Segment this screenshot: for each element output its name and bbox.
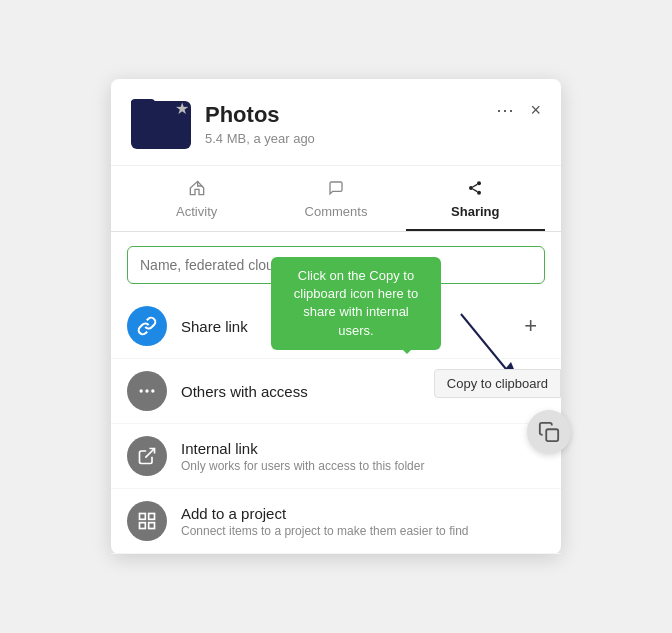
more-button[interactable]: ⋯ xyxy=(492,95,518,125)
tab-sharing[interactable]: Sharing xyxy=(406,166,545,231)
file-detail-panel: ★ Photos 5.4 MB, a year ago ⋯ × Activity xyxy=(111,79,561,554)
svg-rect-14 xyxy=(149,523,155,529)
svg-point-3 xyxy=(477,191,481,195)
close-button[interactable]: × xyxy=(526,96,545,125)
internal-link-subtitle: Only works for users with access to this… xyxy=(181,459,545,473)
svg-point-1 xyxy=(477,181,481,185)
copy-to-clipboard-button[interactable] xyxy=(527,410,571,454)
svg-line-11 xyxy=(145,449,154,458)
svg-rect-16 xyxy=(546,429,558,441)
internal-link-text: Internal link Only works for users with … xyxy=(181,440,545,473)
svg-point-2 xyxy=(469,186,473,190)
svg-point-9 xyxy=(145,389,148,392)
svg-point-8 xyxy=(140,389,143,392)
share-link-icon xyxy=(127,306,167,346)
add-project-title: Add to a project xyxy=(181,505,545,522)
tooltip-popup: Click on the Copy to clipboard icon here… xyxy=(271,257,441,350)
tabs: Activity Comments Sharing xyxy=(111,166,561,232)
copy-to-clipboard-label: Copy to clipboard xyxy=(434,369,561,398)
tab-activity[interactable]: Activity xyxy=(127,166,266,231)
internal-link-icon xyxy=(127,436,167,476)
folder-icon: ★ xyxy=(131,99,191,149)
svg-line-5 xyxy=(473,184,478,187)
svg-line-4 xyxy=(473,189,478,192)
svg-rect-13 xyxy=(149,514,155,520)
add-project-subtitle: Connect items to a project to make them … xyxy=(181,524,545,538)
list-item-add-project: Add to a project Connect items to a proj… xyxy=(111,489,561,554)
tab-comments[interactable]: Comments xyxy=(266,166,405,231)
svg-rect-15 xyxy=(140,523,146,529)
activity-icon xyxy=(189,180,205,200)
internal-link-title: Internal link xyxy=(181,440,545,457)
tab-activity-label: Activity xyxy=(176,204,217,219)
comments-icon xyxy=(328,180,344,200)
add-project-text: Add to a project Connect items to a proj… xyxy=(181,505,545,538)
panel-header: ★ Photos 5.4 MB, a year ago ⋯ × xyxy=(111,79,561,166)
folder-name: Photos xyxy=(205,102,541,128)
svg-rect-12 xyxy=(140,514,146,520)
tab-comments-label: Comments xyxy=(305,204,368,219)
folder-meta: 5.4 MB, a year ago xyxy=(205,131,541,146)
tooltip-text: Click on the Copy to clipboard icon here… xyxy=(294,268,418,338)
others-access-icon xyxy=(127,371,167,411)
header-info: Photos 5.4 MB, a year ago xyxy=(205,102,541,145)
sharing-icon xyxy=(467,180,483,200)
add-project-icon xyxy=(127,501,167,541)
tab-sharing-label: Sharing xyxy=(451,204,499,219)
star-icon: ★ xyxy=(175,99,189,118)
list-item-internal-link: Internal link Only works for users with … xyxy=(111,424,561,489)
svg-line-6 xyxy=(461,314,506,369)
header-actions: ⋯ × xyxy=(492,95,545,125)
svg-point-10 xyxy=(151,389,154,392)
